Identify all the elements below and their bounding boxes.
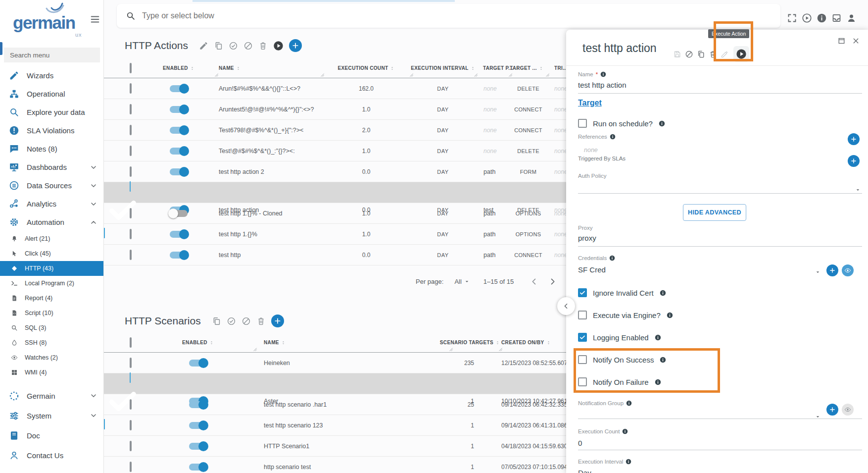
sort-icon[interactable] [190, 65, 194, 72]
table-row[interactable]: test http0.0DAYpathCONNECTnone [104, 245, 604, 265]
resize-handle-icon[interactable] [252, 346, 257, 352]
row-checkbox[interactable] [130, 420, 132, 430]
target-link[interactable]: Target [578, 99, 602, 107]
column-header-enabled[interactable]: ENABLED [142, 58, 216, 78]
window-restore-icon[interactable] [837, 37, 846, 45]
chevron-down-icon[interactable] [90, 412, 97, 420]
notify-on-failure-checkbox[interactable]: Notify On Failure [578, 377, 673, 386]
table-row[interactable]: Arun!$#%#$%^&&^(){}"::L<>?162.0DAYnoneDE… [104, 78, 604, 99]
add-sla-button[interactable] [848, 155, 860, 167]
sidebar-subitem-click-45[interactable]: Click (45) [0, 246, 103, 261]
check-circle-icon[interactable] [229, 41, 238, 51]
sort-icon[interactable] [471, 65, 475, 72]
table-row[interactable]: Aruntest5!@!#@!#%^%&^*){}":<>?1.0DAYnone… [104, 99, 604, 120]
sort-icon[interactable] [281, 339, 286, 346]
notify-on-success-checkbox[interactable]: Notify On Success [578, 355, 673, 364]
sort-icon[interactable] [495, 339, 500, 346]
prev-page-icon[interactable] [530, 277, 539, 286]
sort-icon[interactable] [390, 65, 394, 72]
check-circle-icon[interactable] [227, 316, 236, 326]
copy-icon[interactable] [214, 41, 223, 51]
table-row[interactable]: test http action0.0DAYtestDELETEnone [104, 182, 604, 203]
info-icon[interactable] [667, 312, 673, 318]
column-header-target-p[interactable]: TARGET P... [475, 58, 510, 78]
info-icon[interactable] [655, 334, 661, 341]
select-all-checkbox[interactable] [130, 63, 132, 73]
copy-icon[interactable] [212, 316, 221, 326]
sidebar-item-data-sources[interactable]: Data Sources [0, 176, 103, 195]
resize-handle-icon[interactable] [507, 72, 513, 77]
row-checkbox[interactable] [130, 358, 132, 368]
info-icon[interactable] [655, 379, 661, 385]
hide-advanced-button[interactable]: HIDE ADVANCED [683, 204, 746, 221]
row-checkbox[interactable] [130, 146, 132, 156]
execution-count-field[interactable]: 0 [578, 439, 582, 447]
block-button[interactable] [685, 50, 693, 58]
enabled-toggle[interactable] [189, 360, 207, 367]
sidebar-item-analytics[interactable]: Analytics [0, 195, 103, 213]
sidebar-subitem-sql-3[interactable]: SQL (3) [0, 320, 103, 335]
checkbox[interactable] [578, 333, 587, 342]
table-row[interactable]: test http action 20.0DAYpathFORMnone [104, 161, 604, 182]
info-icon[interactable] [609, 255, 615, 261]
pencilOutline-button[interactable] [721, 50, 729, 58]
trash-icon[interactable] [258, 41, 268, 51]
block-icon[interactable] [243, 41, 253, 51]
sidebar-subitem-http-43[interactable]: HTTP (43) [0, 261, 103, 276]
select-all-checkbox[interactable] [130, 337, 132, 348]
add-button[interactable] [271, 315, 284, 327]
enabled-toggle[interactable] [170, 148, 188, 155]
column-header-name[interactable]: NAME [216, 58, 322, 78]
sidebar-item-operational[interactable]: Operational [0, 85, 103, 103]
sidebar-subitem-local-program-2[interactable]: Local Program (2) [0, 276, 103, 291]
info-icon[interactable] [610, 134, 616, 140]
info-icon[interactable] [817, 13, 827, 23]
hamburger-icon[interactable] [90, 14, 100, 25]
execute-via-engine-checkbox[interactable]: Execute via Engine? [578, 311, 673, 319]
sidebar-subitem-wmi-4[interactable]: WMI (4) [0, 365, 103, 380]
save-button[interactable] [673, 50, 681, 58]
enabled-toggle[interactable] [170, 231, 188, 238]
chevron-down-icon[interactable] [90, 182, 97, 190]
sidebar-item-dashboards[interactable]: Dashboards [0, 158, 103, 176]
row-checkbox[interactable] [130, 166, 132, 177]
sort-icon[interactable] [539, 65, 543, 72]
enabled-toggle[interactable] [189, 401, 207, 408]
add-button[interactable] [289, 39, 302, 52]
sidebar-subitem-ssh-8[interactable]: SSH (8) [0, 335, 103, 350]
row-checkbox[interactable] [130, 399, 132, 410]
enabled-toggle[interactable] [170, 252, 188, 259]
sidebar-item-sla-violations[interactable]: SLA Violations [0, 121, 103, 140]
panel-collapse-button[interactable] [557, 297, 575, 315]
row-checkbox[interactable] [130, 83, 132, 94]
column-header-execution-count[interactable]: EXECUTION COUNT [322, 58, 411, 78]
block-icon[interactable] [241, 316, 251, 326]
run-on-schedule-checkbox[interactable]: Run on schedule? [578, 119, 665, 128]
play-circle-icon[interactable] [802, 13, 812, 23]
close-icon[interactable] [852, 37, 860, 45]
trash-icon[interactable] [256, 316, 266, 326]
sidebar-item-automation[interactable]: Automation [0, 213, 103, 231]
resize-handle-icon[interactable] [497, 346, 503, 352]
credentials-field[interactable]: SF Cred [578, 265, 606, 274]
add-notification-group-button[interactable] [826, 404, 838, 416]
info-icon[interactable] [600, 71, 606, 77]
column-header-execution-interval[interactable]: EXECUTION INTERVAL [411, 58, 475, 78]
enabled-toggle[interactable] [170, 168, 188, 175]
view-credential-button[interactable] [842, 264, 854, 276]
info-icon[interactable] [659, 120, 665, 127]
execute-action-button[interactable] [733, 46, 749, 62]
checkbox[interactable] [578, 311, 587, 319]
sidebar-search-input[interactable] [4, 48, 100, 62]
enabled-toggle[interactable] [189, 422, 207, 429]
row-checkbox[interactable] [130, 208, 132, 218]
sidebar-item-system[interactable]: System [0, 406, 103, 425]
resize-handle-icon[interactable] [408, 72, 414, 77]
column-header-target[interactable]: TARGET ... [510, 58, 547, 78]
global-search-input[interactable] [142, 11, 488, 20]
checkbox[interactable] [578, 119, 587, 128]
resize-handle-icon[interactable] [319, 72, 325, 77]
resize-handle-icon[interactable] [448, 346, 453, 352]
sidebar-item-contact-us[interactable]: Contact Us [0, 445, 103, 465]
table-row[interactable]: Test6798!@#$%^&*()_+}{":?><2.0DAYnoneCON… [104, 120, 604, 141]
